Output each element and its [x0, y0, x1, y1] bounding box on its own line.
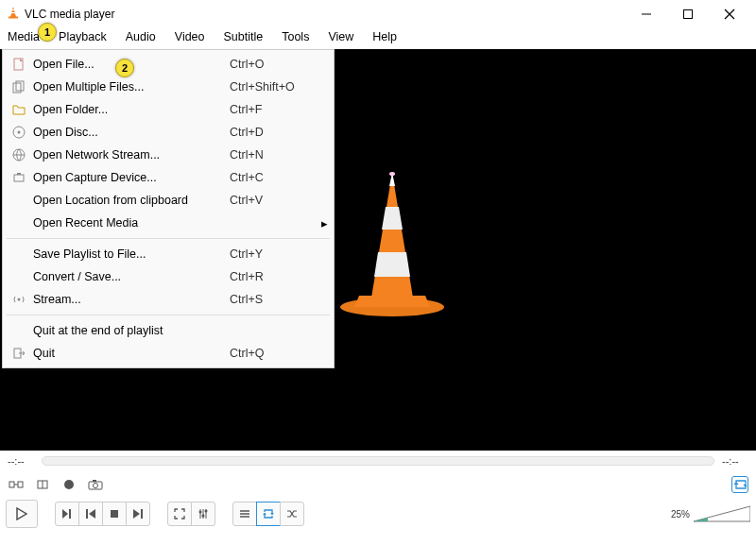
files-icon — [9, 80, 29, 94]
minimize-button[interactable] — [637, 9, 656, 20]
svg-marker-52 — [263, 513, 266, 515]
menu-item-open-location-from-clipboard[interactable]: Open Location from clipboardCtrl+V — [5, 189, 332, 212]
svg-point-14 — [389, 172, 395, 176]
next-button[interactable] — [126, 502, 150, 526]
svg-marker-34 — [17, 508, 26, 519]
menu-item-shortcut: Ctrl+Y — [230, 247, 315, 261]
maximize-button[interactable] — [679, 9, 697, 20]
titlebar: VLC media player — [0, 0, 756, 28]
submenu-arrow-icon: ▸ — [315, 216, 328, 230]
svg-rect-26 — [9, 482, 14, 487]
annotation-2: 2 — [115, 59, 134, 77]
menu-item-quit-at-the-end-of-playlist[interactable]: Quit at the end of playlist — [5, 319, 332, 342]
menu-item-quit[interactable]: QuitCtrl+Q — [5, 342, 332, 365]
menu-item-save-playlist-to-file[interactable]: Save Playlist to File...Ctrl+Y — [5, 243, 332, 265]
svg-marker-38 — [89, 509, 95, 519]
svg-rect-37 — [86, 509, 88, 519]
menu-item-shortcut: Ctrl+O — [230, 58, 315, 71]
menu-item-open-disc[interactable]: Open Disc...Ctrl+D — [5, 121, 332, 144]
frame-step-icon[interactable] — [34, 476, 51, 493]
stream-icon — [9, 293, 29, 306]
menu-item-label: Open Location from clipboard — [29, 194, 230, 207]
menu-item-label: Open Capture Device... — [29, 171, 230, 184]
svg-point-46 — [202, 515, 205, 518]
menu-tools[interactable]: Tools — [272, 28, 318, 49]
svg-rect-1 — [9, 17, 18, 19]
volume-percent: 25% — [671, 509, 690, 519]
window-title: VLC media player — [25, 8, 637, 21]
menu-item-open-folder[interactable]: Open Folder...Ctrl+F — [5, 98, 332, 121]
extra-tools-row — [0, 471, 756, 498]
step-forward-button[interactable] — [55, 502, 79, 526]
svg-point-20 — [18, 131, 21, 134]
volume-slider[interactable] — [694, 504, 750, 523]
svg-rect-5 — [684, 10, 693, 19]
menu-item-label: Open Multiple Files... — [29, 80, 230, 94]
loop-toggle-icon[interactable] — [731, 476, 748, 493]
svg-rect-36 — [69, 509, 71, 519]
menu-item-stream[interactable]: Stream...Ctrl+S — [5, 288, 332, 311]
menu-item-label: Convert / Save... — [29, 270, 230, 283]
menu-item-open-file[interactable]: Open File...Ctrl+O — [5, 53, 332, 76]
seek-slider[interactable] — [42, 456, 714, 466]
menu-item-label: Open Disc... — [29, 126, 230, 139]
menu-item-label: Open Recent Media — [29, 216, 230, 230]
vlc-cone-icon — [6, 5, 21, 24]
menu-view[interactable]: View — [318, 28, 363, 49]
svg-point-30 — [64, 480, 74, 489]
time-total: --:-- — [722, 455, 748, 467]
window-controls — [637, 9, 750, 20]
menu-item-label: Stream... — [29, 293, 230, 306]
menu-item-shortcut: Ctrl+N — [230, 148, 315, 162]
menu-separator — [7, 238, 330, 239]
menu-item-open-capture-device[interactable]: Open Capture Device...Ctrl+C — [5, 166, 332, 189]
vlc-cone-logo — [326, 165, 458, 326]
folder-icon — [9, 103, 29, 116]
menu-item-shortcut: Ctrl+R — [230, 270, 315, 283]
menu-item-shortcut: Ctrl+Shift+O — [230, 80, 315, 94]
menu-item-open-network-stream[interactable]: Open Network Stream...Ctrl+N — [5, 144, 332, 166]
menu-item-convert-save[interactable]: Convert / Save...Ctrl+R — [5, 265, 332, 288]
svg-rect-23 — [17, 173, 21, 175]
svg-point-32 — [94, 484, 98, 488]
playlist-button[interactable] — [232, 502, 257, 526]
play-button[interactable] — [6, 500, 38, 528]
menu-audio[interactable]: Audio — [116, 28, 165, 49]
media-dropdown: Open File...Ctrl+OOpen Multiple Files...… — [2, 49, 335, 368]
stop-button[interactable] — [102, 502, 127, 526]
svg-marker-12 — [382, 207, 403, 230]
loop-button[interactable] — [256, 502, 281, 526]
snapshot-icon[interactable] — [87, 476, 104, 493]
ext-settings-button[interactable] — [191, 502, 215, 526]
svg-point-24 — [18, 298, 21, 301]
svg-point-45 — [199, 511, 202, 514]
record-icon[interactable] — [60, 476, 77, 493]
svg-point-47 — [205, 510, 208, 513]
menu-item-shortcut: Ctrl+V — [230, 194, 315, 207]
menu-item-label: Save Playlist to File... — [29, 247, 230, 261]
menu-help[interactable]: Help — [363, 28, 406, 49]
network-icon — [9, 148, 29, 162]
menu-item-label: Quit — [29, 347, 230, 360]
shuffle-button[interactable] — [280, 502, 304, 526]
svg-rect-41 — [141, 509, 143, 519]
ab-loop-icon[interactable] — [8, 476, 25, 493]
menubar: Media Playback Audio Video Subtitle Tool… — [0, 28, 756, 49]
close-button[interactable] — [720, 9, 739, 20]
menu-item-label: Open Network Stream... — [29, 148, 230, 162]
menu-item-shortcut: Ctrl+D — [230, 126, 315, 139]
svg-marker-53 — [694, 506, 750, 521]
fullscreen-button[interactable] — [167, 502, 192, 526]
menu-item-label: Quit at the end of playlist — [29, 324, 230, 337]
capture-icon — [9, 171, 29, 184]
menu-item-open-multiple-files[interactable]: Open Multiple Files...Ctrl+Shift+O — [5, 76, 332, 98]
menu-playback[interactable]: Playback — [49, 28, 116, 49]
annotation-1: 1 — [38, 23, 57, 42]
menu-video[interactable]: Video — [165, 28, 215, 49]
svg-marker-13 — [374, 252, 410, 277]
menu-item-open-recent-media[interactable]: Open Recent Media▸ — [5, 212, 332, 234]
menu-subtitle[interactable]: Subtitle — [215, 28, 273, 49]
svg-marker-35 — [62, 509, 68, 519]
prev-button[interactable] — [78, 502, 103, 526]
svg-marker-51 — [270, 513, 274, 515]
